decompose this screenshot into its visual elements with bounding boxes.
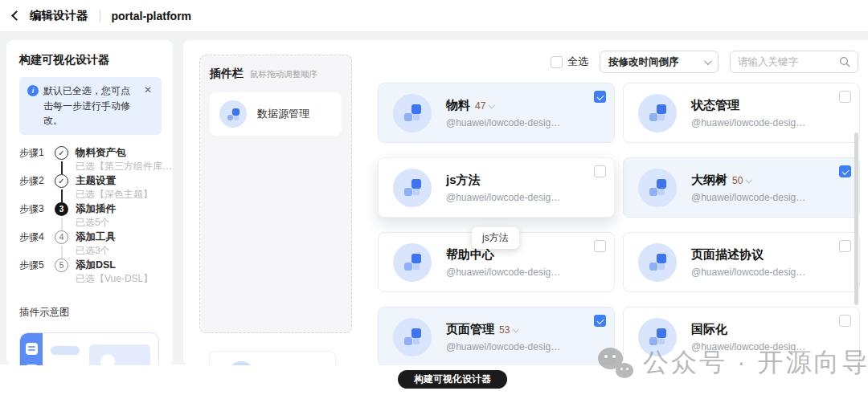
plugin-package: @huawei/lowcode-desig… (691, 117, 805, 128)
step-row-3[interactable]: 步骤3 3 添加插件 已选5个 (19, 202, 162, 230)
plugin-card-yemianguanli[interactable]: 页面管理 53 @huawei/lowcode-desig… (378, 307, 615, 365)
info-alert: i 默认已全选，您可点击每一步进行手动修改。 ✕ (19, 77, 162, 135)
card-checkbox[interactable] (594, 91, 606, 103)
schematic-bar (51, 346, 80, 355)
plugin-card-zhuangtai[interactable]: 状态管理 @huawei/lowcode-desig… (623, 83, 860, 143)
plugin-card-dagangshu[interactable]: 大纲树 50 @huawei/lowcode-desig… (623, 157, 860, 218)
plugin-card-title: 国际化 (691, 322, 727, 337)
plugin-package: @huawei/lowcode-desig… (446, 117, 560, 128)
diagram-label: 插件示意图 (19, 306, 162, 320)
step-marker: 4 (55, 230, 72, 259)
card-checkbox[interactable] (594, 165, 606, 177)
card-checkbox[interactable] (594, 240, 606, 252)
back-icon[interactable] (11, 10, 22, 21)
schematic-sidebar (20, 333, 43, 365)
sidebar-title: 构建可视化设计器 (19, 53, 162, 67)
sort-dropdown-value: 按修改时间倒序 (608, 55, 679, 69)
plugin-item-label: 数据源管理 (257, 107, 309, 121)
plugin-card-yemiaoshu[interactable]: 页面描述协议 @huawei/lowcode-desig… (623, 232, 860, 292)
version-dropdown[interactable]: 50 (732, 175, 751, 186)
card-checkbox[interactable] (594, 315, 606, 327)
check-icon: ✓ (55, 146, 68, 160)
plugin-package: @huawei/lowcode-desig… (691, 192, 805, 203)
chevron-down-icon (704, 57, 712, 65)
step-row-4[interactable]: 步骤4 4 添加工具 已选3个 (19, 230, 162, 259)
chevron-down-icon (489, 102, 495, 108)
step-subtitle: 已选5个 (76, 216, 162, 229)
step-marker: ✓ (55, 174, 72, 202)
plugin-bar-title: 插件栏 (210, 67, 244, 81)
schematic-icon (26, 343, 38, 355)
chevron-down-icon (513, 326, 519, 332)
build-designer-button[interactable]: 构建可视化设计器 (398, 370, 507, 389)
sort-dropdown[interactable]: 按修改时间倒序 (600, 51, 719, 73)
plugin-icon (393, 169, 432, 207)
plugin-package: @huawei/lowcode-desig… (446, 267, 560, 278)
app-name: portal-platform (112, 10, 192, 22)
step-marker: 3 (55, 202, 72, 230)
close-icon[interactable]: ✕ (144, 83, 155, 128)
card-checkbox[interactable] (839, 315, 851, 327)
step-title: 添加工具 (76, 230, 162, 244)
plugin-icon (638, 243, 677, 282)
version-dropdown[interactable]: 53 (499, 324, 518, 336)
search-box[interactable] (730, 51, 858, 73)
plugin-card-title: js方法 (446, 173, 481, 188)
step-marker: 5 (55, 259, 72, 287)
plugin-bar-hint: 鼠标拖动调整顺序 (250, 69, 317, 80)
step-subtitle: 已选【深色主题】 (76, 188, 162, 201)
plugin-package: @huawei/lowcode-desig… (446, 341, 560, 352)
plugin-card-title: 页面描述协议 (691, 247, 764, 263)
step-label: 步骤3 (19, 202, 51, 230)
plugin-card-title: 大纲树 (691, 173, 727, 188)
plugin-bar-panel: 插件栏 鼠标拖动调整顺序 数据源管理 (199, 55, 352, 333)
version-dropdown[interactable]: 47 (475, 100, 493, 112)
plugin-card-jsfangfa[interactable]: js方法 @huawei/lowcode-desig… (378, 157, 615, 218)
plugin-icon (638, 169, 677, 207)
wizard-sidebar: 构建可视化设计器 i 默认已全选，您可点击每一步进行手动修改。 ✕ 步骤1 ✓ … (6, 40, 173, 365)
schematic-panel (89, 344, 150, 365)
search-icon (839, 56, 850, 67)
schematic-icon (26, 364, 38, 365)
plugin-card-title: 帮助中心 (446, 247, 494, 263)
plugin-card-wuliao[interactable]: 物料 47 @huawei/lowcode-desig… (378, 83, 615, 143)
step-title: 添加DSL (76, 259, 162, 272)
step-subtitle: 已选【第三方组件库… (76, 160, 172, 173)
step-title: 物料资产包 (76, 146, 172, 160)
step-subtitle: 已选3个 (76, 244, 162, 257)
top-bar: 编辑设计器 portal-platform (0, 0, 868, 32)
select-all-label: 全选 (567, 55, 588, 69)
step-row-5[interactable]: 步骤5 5 添加DSL 已选【Vue-DSL】 (19, 259, 162, 287)
step-row-2[interactable]: 步骤2 ✓ 主题设置 已选【深色主题】 (19, 174, 162, 202)
steps-list: 步骤1 ✓ 物料资产包 已选【第三方组件库… 步骤2 ✓ 主题设置 已选【深色主… (19, 146, 162, 287)
step-row-1[interactable]: 步骤1 ✓ 物料资产包 已选【第三方组件库… (19, 146, 162, 174)
drag-tooltip: js方法 (472, 227, 519, 249)
watermark: 公众号 · 开源向导 (598, 345, 868, 381)
step-title: 添加插件 (76, 202, 162, 216)
plugin-icon (219, 100, 247, 128)
plugin-cards-grid: 物料 47 @huawei/lowcode-desig… 状态管理 @huawe… (378, 83, 860, 365)
step-label: 步骤4 (19, 230, 51, 259)
step-subtitle: 已选【Vue-DSL】 (76, 272, 162, 285)
select-all-checkbox[interactable] (551, 56, 563, 68)
step-label: 步骤5 (19, 259, 51, 287)
select-all-toggle[interactable]: 全选 (551, 55, 588, 69)
card-checkbox[interactable] (839, 165, 851, 177)
step-number-badge: 3 (55, 202, 68, 216)
step-number-badge: 4 (55, 230, 68, 244)
card-checkbox[interactable] (839, 240, 851, 252)
title-divider (100, 10, 100, 22)
step-label: 步骤1 (19, 146, 51, 174)
scrollbar-thumb[interactable] (854, 132, 858, 305)
plugin-card-title: 状态管理 (691, 98, 739, 113)
search-input[interactable] (738, 56, 834, 67)
page-title: 编辑设计器 (30, 8, 88, 23)
step-title: 主题设置 (76, 174, 162, 188)
plugin-icon (638, 94, 677, 132)
info-icon: i (27, 85, 39, 96)
plugin-selection-panel: 全选 按修改时间倒序 插件栏 鼠标拖动调整顺序 数据源管理 (183, 40, 868, 365)
step-marker: ✓ (55, 146, 72, 174)
card-checkbox[interactable] (839, 91, 851, 103)
plugin-bar-item-datasource[interactable]: 数据源管理 (210, 92, 342, 136)
chevron-down-icon (746, 177, 752, 183)
